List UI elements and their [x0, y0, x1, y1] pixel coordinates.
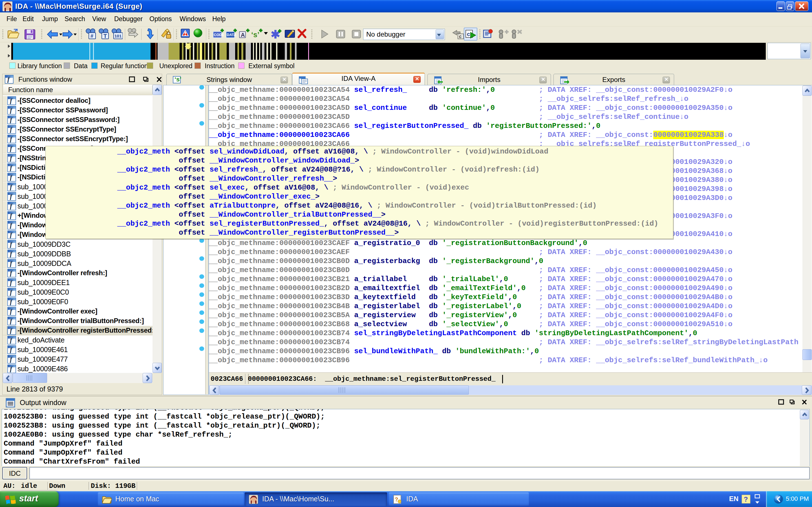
svg-text:A: A — [241, 32, 245, 38]
svg-text:?: ? — [395, 496, 398, 503]
svg-text:✱: ✱ — [271, 28, 280, 41]
svg-text:‘s’: ‘s’ — [251, 31, 259, 39]
svg-text:?: ? — [744, 496, 748, 503]
svg-text:c: c — [459, 34, 462, 39]
svg-text:101: 101 — [114, 34, 121, 38]
svg-text:#: # — [91, 33, 93, 39]
svg-text:T: T — [103, 33, 107, 39]
svg-text:DATA: DATA — [227, 33, 237, 37]
svg-text:CODE: CODE — [214, 33, 224, 37]
svg-text:c: c — [467, 31, 470, 37]
